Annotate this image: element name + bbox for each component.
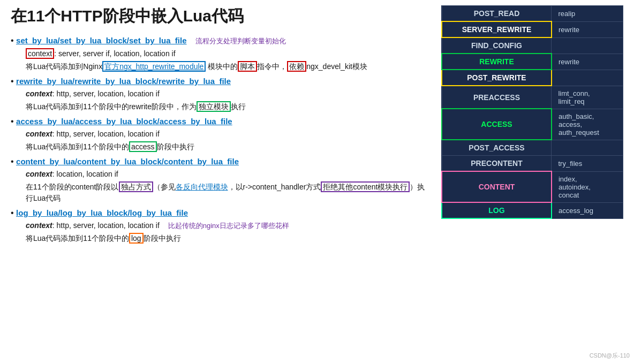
reject-box: 拒绝其他content模块执行 (321, 181, 410, 192)
phase-precontent: PRECONTENT (442, 156, 552, 172)
sub-item: context: http, server, location, locatio… (26, 128, 431, 140)
phase-row-post-access: POST_ACCESS (442, 140, 623, 156)
rely-box: 依赖 (287, 61, 306, 72)
script-box: 脚本 (238, 61, 257, 72)
right-panel: POST_READ realip SERVER_REWRITE rewrite … (441, 5, 623, 248)
independent-module-box: 独立模块 (197, 101, 231, 112)
ngx-http-rewrite-link[interactable]: 官方ngx_http_rewrite_module (102, 61, 206, 72)
list-item-content-by-lua: content_by_lua/content_by_lua_block/cont… (11, 157, 431, 204)
set-by-lua-link[interactable]: set_by_lua/set_by_lua_block/set_by_lua_f… (16, 36, 187, 45)
phase-row-log: LOG access_log (442, 202, 623, 218)
access-by-lua-link[interactable]: access_by_lua/access_by_lua_block/access… (16, 117, 232, 126)
sub-item: context: server, server if, location, lo… (26, 48, 431, 59)
phase-rewrite: REWRITE (442, 54, 552, 70)
access-box: access (129, 141, 157, 152)
main-list: set_by_lua/set_by_lua_block/set_by_lua_f… (11, 36, 431, 244)
phase-access: ACCESS (442, 109, 552, 140)
exclusive-box: 独占方式 (119, 181, 153, 192)
phase-find-config: FIND_CONFIG (442, 37, 552, 54)
module-post-rewrite (552, 70, 623, 86)
content-by-lua-subs: context: location, location if 在11个阶段的co… (11, 169, 431, 204)
list-item-set-by-lua: set_by_lua/set_by_lua_block/set_by_lua_f… (11, 36, 431, 72)
list-item-access-by-lua: access_by_lua/access_by_lua_block/access… (11, 117, 431, 153)
phase-content: CONTENT (442, 171, 552, 202)
log-sidenote: 比起传统的nginx日志记录多了哪些花样 (168, 222, 289, 230)
log-box: log (129, 233, 144, 244)
log-by-lua-subs: context: http, server, location, locatio… (11, 220, 431, 244)
module-rewrite-2: rewrite (552, 54, 623, 70)
phase-preaccess: PREACCESS (442, 86, 552, 109)
phase-post-access: POST_ACCESS (442, 140, 552, 156)
sub-item: 将Lua代码添加到11个阶段中的rewrite阶段中，作为独立模块执行 (26, 101, 431, 112)
phase-log: LOG (442, 202, 552, 218)
module-precontent: try_files (552, 156, 623, 172)
list-item-log-by-lua: log_by_lua/log_by_lua_block/log_by_lua_f… (11, 208, 431, 244)
sub-item: context: http, server, location, locatio… (26, 88, 431, 100)
access-by-lua-subs: context: http, server, location, locatio… (11, 128, 431, 153)
module-find-config (552, 37, 623, 54)
rewrite-by-lua-subs: context: http, server, location, locatio… (11, 88, 431, 112)
watermark: CSDN@乐-110 (590, 352, 630, 360)
module-rewrite-1: rewrite (552, 21, 623, 37)
module-realip: realip (552, 6, 623, 22)
sub-item: context: http, server, location, locatio… (26, 220, 431, 231)
phase-table: POST_READ realip SERVER_REWRITE rewrite … (441, 5, 623, 219)
module-post-access (552, 140, 623, 156)
phase-row-content: CONTENT index,autoindex,concat (442, 171, 623, 202)
phase-row-find-config: FIND_CONFIG (442, 37, 623, 54)
phase-row-access: ACCESS auth_basic,access,auth_request (442, 109, 623, 140)
module-content: index,autoindex,concat (552, 171, 623, 202)
module-access: auth_basic,access,auth_request (552, 109, 623, 140)
left-panel: 在11个HTTP阶段中嵌入Lua代码 set_by_lua/set_by_lua… (11, 5, 431, 248)
rewrite-by-lua-link[interactable]: rewrite_by_lua/rewrite_by_lua_block/rewr… (16, 77, 231, 86)
phase-row-post-rewrite: POST_REWRITE (442, 70, 623, 86)
phase-row-precontent: PRECONTENT try_files (442, 156, 623, 172)
module-preaccess: limt_conn,limit_req (552, 86, 623, 109)
list-item-rewrite-by-lua: rewrite_by_lua/rewrite_by_lua_block/rewr… (11, 77, 431, 112)
phase-post-rewrite: POST_REWRITE (442, 70, 552, 86)
sub-item: 将Lua代码添加到Nginx官方ngx_http_rewrite_module … (26, 61, 431, 72)
phase-row-post-read: POST_READ realip (442, 6, 623, 22)
sub-item: 在11个阶段的content阶段以独占方式（参见各反向代理模块，以r->cont… (26, 181, 431, 204)
reverse-proxy-link[interactable]: 各反向代理模块 (176, 183, 228, 191)
phase-server-rewrite: SERVER_REWRITE (442, 21, 552, 37)
sub-item: 将Lua代码添加到11个阶段中的log阶段中执行 (26, 233, 431, 244)
sub-item: 将Lua代码添加到11个阶段中的access阶段中执行 (26, 141, 431, 153)
phase-row-preaccess: PREACCESS limt_conn,limit_req (442, 86, 623, 109)
module-log: access_log (552, 202, 623, 218)
content-by-lua-link[interactable]: content_by_lua/content_by_lua_block/cont… (16, 157, 239, 166)
phase-row-rewrite: REWRITE rewrite (442, 54, 623, 70)
set-by-lua-sidenote: 流程分支处理判断变量初始化 (195, 37, 286, 45)
sub-item: context: location, location if (26, 169, 431, 180)
phase-row-server-rewrite: SERVER_REWRITE rewrite (442, 21, 623, 37)
phase-post-read: POST_READ (442, 6, 552, 22)
log-by-lua-link[interactable]: log_by_lua/log_by_lua_block/log_by_lua_f… (16, 208, 188, 217)
set-by-lua-subs: context: server, server if, location, lo… (11, 48, 431, 72)
page-title: 在11个HTTP阶段中嵌入Lua代码 (11, 5, 431, 27)
context-box: context (26, 48, 54, 59)
